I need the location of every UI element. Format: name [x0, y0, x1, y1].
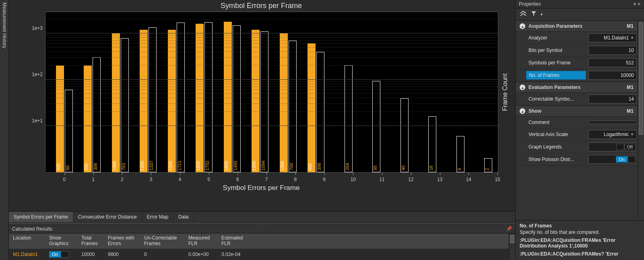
property-value[interactable]: M1.DataIn1▼	[588, 33, 637, 42]
property-row[interactable]: Show Poisson Distr...On	[516, 153, 638, 166]
property-row[interactable]: Vertical Axis ScaleLogarithmic▼	[516, 128, 638, 141]
tab-error-map[interactable]: Error Map	[142, 212, 173, 222]
panel-pin-icon[interactable]: ✕	[637, 2, 641, 6]
filter-menu-icon[interactable]: ▾	[541, 12, 543, 17]
tab-consecutive-error-distance[interactable]: Consecutive Error Distance	[73, 212, 142, 222]
x-tick: 15	[483, 173, 512, 182]
bar-measured[interactable]: 1000	[280, 33, 288, 172]
cell-show-graphics[interactable]: On	[49, 251, 81, 258]
property-value[interactable]: 512	[588, 58, 637, 67]
chart-panel: Symbol Errors per Frame 1e+11e+21e+3 200…	[9, 0, 515, 211]
help-cmd1: :PLUGin:EDA:ACQuisition:FRAMes 'Error Di…	[520, 237, 640, 249]
bar-estimated[interactable]: 783	[121, 38, 129, 172]
x-tick: 11	[367, 173, 396, 182]
measurement-history-tab[interactable]: Measurement History	[0, 0, 9, 260]
chevron-up-icon[interactable]: ▴	[520, 108, 525, 114]
property-row[interactable]: Bits per Symbol10	[516, 44, 638, 57]
properties-title: Properties	[519, 1, 541, 7]
chevron-up-icon[interactable]: ▴	[520, 23, 525, 29]
bar-value-label: 1752	[205, 161, 212, 170]
bar-measured[interactable]: 1600	[196, 24, 204, 172]
property-section-header[interactable]: ▴ShowM1	[516, 105, 638, 117]
bar-estimated[interactable]: 40	[400, 98, 409, 172]
property-label: Comment	[528, 120, 549, 125]
bar-estimated[interactable]: 95	[372, 81, 380, 173]
results-col-header[interactable]: ShowGraphics	[49, 235, 81, 246]
property-help: No. of Frames Specify no. of bits that a…	[516, 220, 644, 260]
cell-total-frames: 10000	[81, 252, 108, 257]
bar-value-label: 200	[56, 163, 64, 171]
results-col-header[interactable]: Location	[13, 235, 49, 246]
bar-value-label: 1200	[140, 161, 148, 171]
collapse-all-icon[interactable]	[520, 11, 527, 18]
chevron-up-icon[interactable]: ▴	[520, 85, 525, 90]
bar-value-label: 2	[485, 168, 492, 170]
bar-estimated[interactable]: 16	[428, 116, 436, 172]
toggle-switch[interactable]: On	[616, 156, 636, 163]
property-value[interactable]: 14	[588, 95, 637, 103]
tab-data[interactable]: Data	[173, 212, 194, 222]
help-cmd2: :PLUGin:EDA:ACQuisition:FRAMes? 'Error	[520, 251, 640, 257]
bar-estimated[interactable]: 1495	[233, 25, 241, 172]
bar-measured[interactable]: 1000	[112, 33, 120, 172]
property-value[interactable]	[588, 121, 637, 124]
property-section-header[interactable]: ▴Evaluation ParametersM1	[516, 82, 638, 93]
results-row[interactable]: M1.DataIn1On10000980000.00e+003.02e-04	[9, 249, 509, 260]
property-row[interactable]: AnalyzerM1.DataIn1▼	[516, 32, 638, 44]
results-col-header[interactable]: Frames withErrors	[108, 235, 144, 246]
property-value[interactable]: Logarithmic▼	[588, 130, 637, 139]
results-col-header[interactable]: MeasuredFLR	[188, 235, 221, 246]
panel-menu-icon[interactable]: ▾	[634, 1, 636, 7]
bar-estimated[interactable]: 6	[456, 136, 464, 172]
tab-symbol-errors-per-frame[interactable]: Symbol Errors per Frame	[9, 212, 73, 222]
filter-icon[interactable]	[531, 11, 537, 18]
chart-bin: 95	[358, 12, 386, 172]
bar-measured[interactable]: 1800	[224, 22, 232, 172]
chart-plot[interactable]: 2006020030610007831200133712001711160017…	[45, 12, 498, 173]
property-row[interactable]: Correctable Symbo...14	[516, 93, 638, 105]
bar-estimated[interactable]: 306	[93, 57, 101, 172]
property-row[interactable]: Graph LegendsOff	[516, 141, 638, 153]
results-col-header[interactable]: TotalFrames	[81, 235, 108, 246]
cell-location: M1.DataIn1	[13, 252, 49, 257]
chevron-down-icon[interactable]: ▼	[630, 132, 634, 136]
x-tick: 2	[108, 173, 137, 182]
x-tick: 5	[194, 173, 223, 182]
pin-icon[interactable]: 📌	[506, 226, 512, 232]
bar-estimated[interactable]: 2	[484, 158, 492, 172]
chart-bin: 200306	[78, 12, 107, 172]
property-label: No. of Frames	[529, 72, 559, 78]
bar-value-label: 6	[457, 168, 464, 170]
cell-measured-flr: 0.00e+00	[188, 252, 221, 257]
property-row[interactable]: Comment	[516, 117, 638, 128]
chevron-down-icon[interactable]: ▼	[630, 36, 634, 40]
property-row[interactable]: No. of Frames10000	[516, 69, 638, 82]
bar-value-label: 1000	[280, 161, 288, 171]
properties-header: Properties ▾ ✕	[516, 0, 644, 8]
bar-measured[interactable]: 600	[308, 43, 316, 172]
x-tick: 13	[425, 173, 454, 182]
results-scrollbar[interactable]	[509, 233, 515, 260]
bar-estimated[interactable]: 1094	[260, 31, 268, 172]
x-tick: 4	[165, 173, 194, 182]
properties-scrollbar[interactable]	[638, 21, 644, 219]
cell-estimated-flr: 3.02e-04	[221, 252, 254, 257]
bar-value-label: 1337	[149, 161, 156, 170]
bar-estimated[interactable]: 398	[316, 52, 324, 172]
results-rows: M1.DataIn1On10000980000.00e+003.02e-04	[9, 249, 509, 260]
bar-estimated[interactable]: 1337	[149, 27, 157, 172]
property-value[interactable]: 10000	[588, 71, 637, 80]
x-tick: 3	[136, 173, 165, 182]
property-value[interactable]: 10	[588, 46, 637, 55]
bar-estimated[interactable]: 700	[289, 41, 297, 172]
bar-estimated[interactable]: 1752	[204, 22, 213, 172]
results-col-header[interactable]: EstimatedFLR	[221, 235, 254, 246]
results-col-header[interactable]: Un-CorrectableFrames	[144, 235, 188, 246]
property-section-header[interactable]: ▴Acquisition ParametersM1	[516, 21, 638, 32]
property-row[interactable]: Symbols per Frame512	[516, 57, 638, 69]
toggle-switch[interactable]: Off	[616, 144, 636, 150]
main-panel: Symbol Errors per Frame 1e+11e+21e+3 200…	[9, 0, 515, 260]
x-tick: 0	[50, 173, 79, 182]
chart-bin: 6	[442, 12, 470, 172]
bar-estimated[interactable]: 60	[65, 90, 73, 172]
